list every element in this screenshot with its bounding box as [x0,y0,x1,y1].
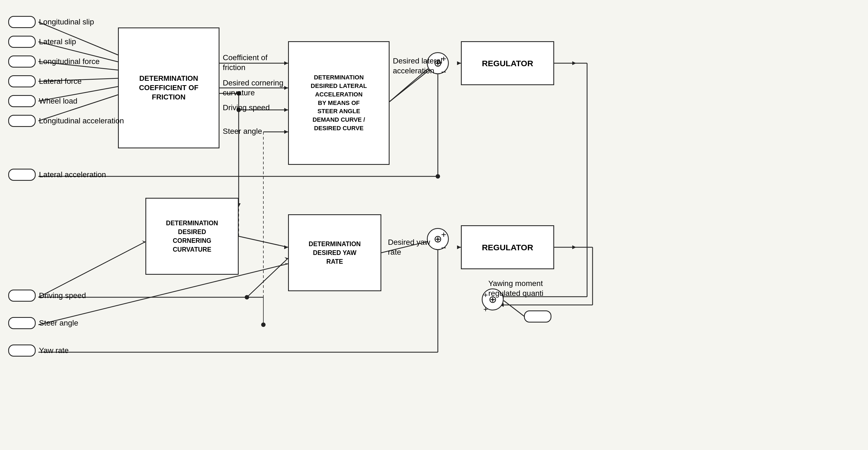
label-steer-angle-top: Steer angle [223,127,262,136]
label-plus-yaw-1: + [484,291,488,300]
pill-longitudinal-slip [8,16,36,28]
label-lateral-slip: Lateral slip [39,37,76,46]
label-longitudinal-acceleration: Longitudinal acceleration [39,116,124,125]
svg-marker-21 [284,130,288,134]
label-coefficient-of-friction: Coefficient offriction [223,53,268,73]
pill-yaw-rate [8,344,36,357]
label-longitudinal-slip: Longitudinal slip [39,18,94,26]
pill-wheel-load [8,95,36,107]
svg-marker-19 [284,108,288,112]
pill-lateral-slip [8,36,36,48]
svg-point-66 [261,322,266,327]
label-lateral-force: Lateral force [39,77,82,86]
svg-marker-28 [457,61,461,65]
block-determination-desired-lat: DETERMINATION DESIRED LATERAL ACCELERATI… [288,41,390,165]
svg-line-49 [247,258,288,297]
label-wheel-load: Wheel load [39,97,78,106]
block-regulator-top: REGULATOR [461,41,554,85]
svg-marker-50 [284,257,288,259]
svg-marker-30 [572,61,576,65]
block-determination-desired-cornering: DETERMINATION DESIRED CORNERING CURVATUR… [146,198,239,275]
label-lateral-acceleration: Lateral acceleration [39,170,106,179]
block-regulator-bottom: REGULATOR [461,225,554,269]
label-driving-speed-top: Driving speed [223,103,270,112]
pill-yaw-regulated-output [524,310,551,322]
svg-point-70 [436,174,440,178]
block-diagram: DETERMINATION COEFFICIENT OF FRICTION DE… [0,0,868,450]
label-longitudinal-force: Longitudinal force [39,57,100,66]
label-plus-yaw-2: + [484,305,488,314]
svg-marker-15 [284,86,288,90]
label-minus-bot: − [441,243,446,253]
label-plus-bot-1: + [441,230,446,240]
pill-lateral-force [8,75,36,87]
pill-longitudinal-force [8,56,36,67]
label-driving-speed-bottom: Driving speed [39,291,86,300]
block-determination-desired-yaw: DETERMINATION DESIRED YAW RATE [288,214,381,291]
label-desired-lateral-acceleration: Desired lateralacceleration [393,56,442,76]
svg-line-47 [38,242,146,297]
svg-point-63 [245,295,249,300]
svg-marker-48 [142,241,146,243]
svg-marker-46 [284,245,288,249]
label-desired-yaw-rate: Desired yawrate [388,237,430,257]
label-yawing-moment: Yawing momentregulated quanti [488,279,544,299]
svg-marker-13 [284,61,288,65]
svg-marker-52 [284,263,288,264]
svg-marker-32 [572,245,576,249]
block-determination-coeff: DETERMINATION COEFFICIENT OF FRICTION [118,27,219,148]
svg-marker-59 [457,245,461,249]
label-yaw-rate: Yaw rate [39,346,69,355]
label-desired-cornering-curvature: Desired corneringcurvature [223,78,283,98]
pill-lateral-acceleration [8,169,36,181]
pill-driving-speed [8,289,36,302]
pill-steer-angle [8,317,36,329]
svg-line-45 [239,236,288,247]
label-plus-top-1: + [441,54,446,64]
label-steer-angle-bottom: Steer angle [39,319,78,328]
pill-longitudinal-acceleration [8,115,36,127]
label-minus-top: − [441,67,446,77]
